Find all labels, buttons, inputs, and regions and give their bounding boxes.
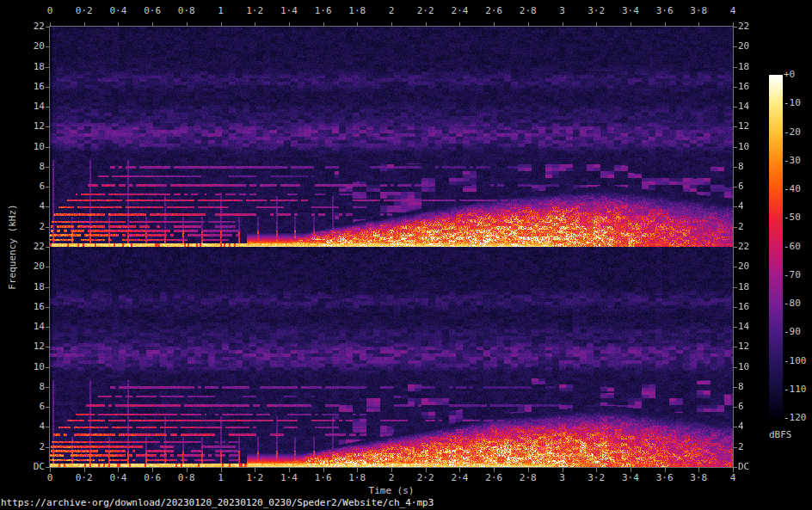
x-tick-mark xyxy=(494,468,495,472)
x-axis-title: Time (s) xyxy=(369,485,415,496)
freq-tick-mark xyxy=(46,367,50,368)
x-tick-mark xyxy=(152,468,153,472)
freq-tick-mark xyxy=(46,27,50,28)
x-tick-mark xyxy=(50,22,51,27)
x-tick-label-top: 3·6 xyxy=(656,6,674,16)
x-tick-mark xyxy=(459,468,460,472)
colorbar-tick-label: -70 xyxy=(784,270,801,280)
x-tick-label-bottom: 1·2 xyxy=(246,473,263,483)
freq-tick-label-left: 2 xyxy=(17,222,45,232)
freq-tick-mark xyxy=(733,347,737,347)
freq-tick-mark xyxy=(733,307,737,308)
freq-tick-label-right: 2 xyxy=(738,442,744,452)
x-tick-mark xyxy=(221,22,222,27)
x-tick-mark xyxy=(289,468,290,472)
freq-tick-label-left: 6 xyxy=(17,181,45,192)
x-tick-mark xyxy=(357,22,358,27)
x-tick-label-bottom: 1·6 xyxy=(315,473,332,483)
x-tick-mark xyxy=(528,22,529,27)
x-tick-mark xyxy=(152,22,153,27)
x-tick-mark xyxy=(563,468,563,472)
freq-tick-label-right: 22 xyxy=(738,22,749,32)
colorbar-gradient xyxy=(769,75,783,418)
x-tick-label-bottom: 0·6 xyxy=(144,473,161,483)
colorbar-tick-label: -90 xyxy=(784,327,801,337)
colorbar-tick-label: -60 xyxy=(784,242,801,252)
x-tick-label-top: 4 xyxy=(730,6,736,16)
freq-tick-mark xyxy=(46,307,50,308)
x-tick-label-bottom: 1 xyxy=(218,473,224,483)
x-tick-mark xyxy=(391,468,392,472)
x-tick-label-top: 0·4 xyxy=(109,6,126,16)
x-tick-mark xyxy=(698,22,699,27)
freq-tick-label-right: 12 xyxy=(738,121,749,132)
spectrogram-channel-1 xyxy=(50,27,733,247)
freq-tick-mark xyxy=(46,387,50,388)
x-tick-label-top: 1·2 xyxy=(246,6,263,16)
x-tick-mark xyxy=(563,22,563,27)
colorbar-tick-label: -20 xyxy=(784,127,801,138)
freq-tick-label-left: 22 xyxy=(17,22,45,32)
x-tick-label-top: 1 xyxy=(218,6,224,16)
x-tick-label-top: 1·8 xyxy=(348,6,366,16)
x-tick-mark xyxy=(289,22,290,27)
x-tick-mark xyxy=(665,22,666,27)
x-tick-label-bottom: 2·8 xyxy=(520,473,537,483)
freq-tick-mark xyxy=(46,467,50,468)
x-tick-label-bottom: 0 xyxy=(47,473,53,483)
x-tick-mark xyxy=(459,22,460,27)
freq-tick-label-right: 10 xyxy=(738,142,749,152)
freq-tick-label-left: 10 xyxy=(17,142,45,152)
freq-tick-label-right: 8 xyxy=(738,162,744,172)
freq-tick-label-right: 16 xyxy=(738,302,749,312)
colorbar-tick-label: -120 xyxy=(784,413,807,423)
x-tick-label-bottom: 3·2 xyxy=(587,473,605,483)
colorbar-tick-label: +0 xyxy=(784,70,795,80)
freq-tick-label-left: 12 xyxy=(17,121,45,132)
freq-tick-mark xyxy=(733,367,737,368)
x-tick-label-top: 0·8 xyxy=(178,6,195,16)
freq-tick-label-right: 8 xyxy=(738,382,744,392)
x-tick-mark xyxy=(118,468,119,472)
x-tick-mark xyxy=(84,468,85,472)
freq-tick-label-left: 8 xyxy=(17,162,45,172)
x-tick-label-bottom: 2 xyxy=(389,473,395,483)
freq-tick-label-left: 2 xyxy=(17,442,45,452)
colorbar-tick-label: -50 xyxy=(784,212,801,223)
y-axis-title: Frequency (kHz) xyxy=(7,204,18,289)
freq-tick-label-right: 22 xyxy=(738,242,749,252)
freq-tick-label-left: 18 xyxy=(17,282,45,292)
colorbar-title: dBFS xyxy=(769,429,792,440)
spectrogram-figure: 000·20·20·40·40·60·60·80·8111·21·21·41·4… xyxy=(0,0,812,510)
x-tick-label-top: 2·6 xyxy=(485,6,502,16)
x-tick-label-top: 0 xyxy=(47,6,53,16)
freq-tick-label-left: 10 xyxy=(17,362,45,372)
freq-tick-mark xyxy=(46,347,50,347)
freq-tick-mark xyxy=(46,427,50,427)
freq-tick-label-left: 16 xyxy=(17,82,45,92)
freq-tick-label-right: 2 xyxy=(738,222,744,232)
freq-tick-mark xyxy=(733,427,737,427)
freq-tick-mark xyxy=(733,126,737,127)
freq-tick-mark xyxy=(46,327,50,328)
colorbar-tick-label: -40 xyxy=(784,184,801,194)
x-tick-mark xyxy=(118,22,119,27)
freq-tick-mark xyxy=(46,87,50,88)
x-tick-mark xyxy=(323,468,324,472)
x-tick-mark xyxy=(221,468,222,472)
freq-tick-mark xyxy=(733,467,737,468)
x-tick-mark xyxy=(255,468,255,472)
freq-tick-mark xyxy=(733,167,737,168)
x-tick-label-bottom: 2·6 xyxy=(485,473,502,483)
freq-tick-mark xyxy=(46,206,50,207)
freq-tick-mark xyxy=(46,287,50,288)
x-tick-mark xyxy=(596,468,597,472)
x-tick-label-top: 3·8 xyxy=(690,6,707,16)
freq-tick-label-left: 6 xyxy=(17,402,45,412)
x-tick-label-bottom: 2·2 xyxy=(417,473,434,483)
freq-tick-label-right: 14 xyxy=(738,101,749,112)
x-tick-label-bottom: 1·8 xyxy=(348,473,366,483)
freq-tick-label-right: 4 xyxy=(738,201,744,212)
x-tick-mark xyxy=(631,22,631,27)
x-tick-label-bottom: 4 xyxy=(730,473,736,483)
